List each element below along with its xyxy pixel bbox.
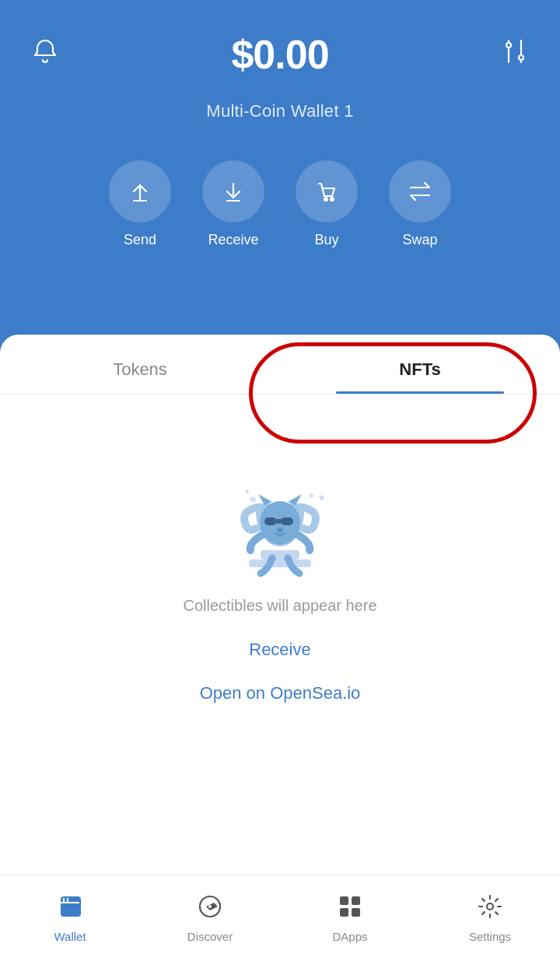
send-label: Send bbox=[124, 232, 156, 248]
mascot-illustration: * * bbox=[202, 441, 358, 597]
svg-rect-30 bbox=[340, 908, 348, 917]
svg-text:*: * bbox=[319, 493, 324, 508]
receive-button[interactable]: Receive bbox=[202, 160, 264, 248]
nav-dapps[interactable]: DApps bbox=[280, 893, 420, 943]
svg-point-27 bbox=[208, 905, 212, 908]
svg-point-18 bbox=[277, 528, 283, 532]
svg-marker-19 bbox=[258, 494, 272, 505]
swap-label: Swap bbox=[402, 232, 437, 248]
svg-point-22 bbox=[309, 493, 313, 498]
wallet-nav-icon bbox=[57, 893, 83, 925]
nav-discover[interactable]: Discover bbox=[140, 893, 280, 943]
tab-tokens[interactable]: Tokens bbox=[0, 342, 280, 394]
svg-point-21 bbox=[250, 496, 256, 503]
svg-text:*: * bbox=[245, 487, 250, 500]
tab-bar: Tokens NFTs bbox=[0, 335, 560, 395]
buy-button[interactable]: Buy bbox=[296, 160, 358, 248]
dapps-nav-icon bbox=[337, 893, 363, 925]
discover-nav-icon bbox=[197, 893, 223, 925]
svg-rect-17 bbox=[277, 519, 281, 524]
svg-point-10 bbox=[324, 198, 327, 201]
empty-state-container: * * Collectibles will appear here Receiv… bbox=[0, 395, 560, 703]
settings-nav-icon bbox=[477, 893, 503, 925]
bottom-navigation: Wallet Discover DApps bbox=[0, 875, 560, 968]
receive-label: Receive bbox=[208, 232, 258, 248]
svg-rect-12 bbox=[261, 550, 299, 559]
svg-rect-28 bbox=[340, 896, 348, 905]
nav-wallet[interactable]: Wallet bbox=[0, 893, 140, 943]
svg-marker-26 bbox=[206, 903, 218, 910]
buy-label: Buy bbox=[314, 232, 338, 248]
filter-icon[interactable] bbox=[501, 37, 529, 72]
discover-nav-label: Discover bbox=[187, 930, 233, 943]
send-icon-circle bbox=[109, 160, 171, 223]
swap-button[interactable]: Swap bbox=[389, 160, 451, 248]
svg-marker-20 bbox=[288, 494, 302, 505]
dapps-nav-label: DApps bbox=[332, 930, 367, 943]
nft-receive-link[interactable]: Receive bbox=[249, 640, 310, 660]
send-button[interactable]: Send bbox=[109, 160, 171, 248]
buy-icon-circle bbox=[296, 160, 358, 223]
svg-point-11 bbox=[331, 198, 334, 201]
receive-icon-circle bbox=[202, 160, 264, 223]
content-area: Tokens NFTs bbox=[0, 335, 560, 968]
opensea-link[interactable]: Open on OpenSea.io bbox=[200, 683, 361, 703]
action-buttons-row: Send Receive Buy bbox=[109, 160, 451, 248]
tab-nfts[interactable]: NFTs bbox=[280, 342, 560, 394]
top-bar: $0.00 bbox=[0, 0, 560, 86]
balance-display: $0.00 bbox=[231, 31, 328, 78]
nav-settings[interactable]: Settings bbox=[420, 893, 560, 943]
svg-rect-31 bbox=[352, 908, 360, 917]
svg-rect-16 bbox=[281, 517, 293, 525]
svg-rect-15 bbox=[264, 517, 277, 525]
wallet-nav-label: Wallet bbox=[54, 930, 86, 943]
svg-rect-13 bbox=[249, 559, 311, 567]
svg-point-32 bbox=[487, 903, 493, 910]
bell-icon[interactable] bbox=[31, 37, 59, 72]
settings-nav-label: Settings bbox=[469, 930, 511, 943]
swap-icon-circle bbox=[389, 160, 451, 223]
svg-rect-29 bbox=[352, 896, 360, 905]
empty-state-text: Collectibles will appear here bbox=[183, 597, 376, 615]
wallet-name-label: Multi-Coin Wallet 1 bbox=[206, 101, 354, 121]
header-section: $0.00 Multi-Coin Wallet 1 Send bbox=[0, 0, 560, 358]
